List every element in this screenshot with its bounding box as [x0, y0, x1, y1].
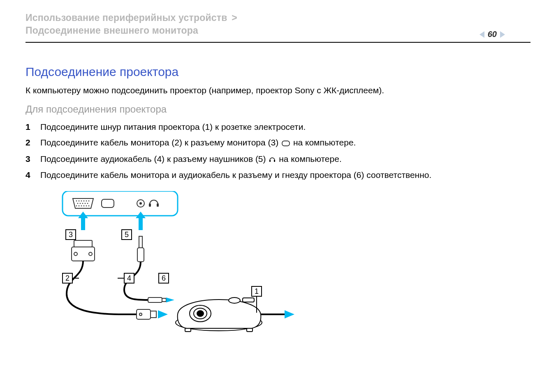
connection-diagram: 3 5: [42, 191, 531, 337]
step-text: Подсоедините кабель монитора и аудиокабе…: [40, 168, 531, 182]
svg-rect-35: [137, 248, 144, 262]
svg-point-17: [81, 205, 82, 207]
svg-marker-42: [166, 297, 174, 302]
breadcrumb: Использование периферийных устройств > П…: [25, 12, 531, 37]
svg-rect-41: [162, 298, 166, 302]
page-navigation: 60: [480, 30, 505, 39]
step-item: Подсоедините кабель монитора (2) к разъе…: [25, 136, 531, 150]
breadcrumb-separator: >: [232, 12, 237, 23]
page-header: Использование периферийных устройств > П…: [25, 12, 531, 43]
step-text: Подсоедините кабель монитора (2) к разъе…: [40, 136, 531, 150]
step-text: Подсоедините шнур питания проектора (1) …: [40, 120, 531, 134]
svg-point-8: [86, 201, 87, 202]
breadcrumb-child: Подсоединение внешнего монитора: [25, 25, 198, 36]
svg-rect-1: [269, 160, 271, 162]
diagram-label-5: 5: [125, 231, 129, 239]
step-item: Подсоедините шнур питания проектора (1) …: [25, 120, 531, 134]
step-item: Подсоедините аудиокабель (4) к разъему н…: [25, 152, 531, 167]
svg-point-23: [139, 202, 142, 205]
svg-point-9: [88, 201, 90, 202]
step-text-post: на компьютере.: [293, 138, 356, 147]
section-subtitle: Для подсоединения проектора: [25, 104, 531, 115]
svg-rect-55: [247, 328, 253, 332]
svg-point-15: [76, 205, 77, 207]
svg-point-45: [139, 313, 142, 316]
svg-rect-25: [157, 203, 159, 207]
svg-rect-0: [282, 141, 290, 146]
page-number: 60: [488, 30, 497, 39]
svg-rect-34: [139, 236, 142, 248]
diagram-label-2: 2: [65, 274, 70, 282]
svg-point-16: [79, 205, 80, 207]
section-title: Подсоединение проектора: [25, 65, 531, 79]
svg-point-18: [83, 205, 85, 207]
next-page-icon[interactable]: [500, 31, 505, 38]
svg-point-32: [74, 252, 77, 256]
svg-point-10: [77, 203, 79, 204]
svg-point-33: [89, 252, 92, 256]
prev-page-icon[interactable]: [480, 31, 484, 38]
svg-rect-54: [185, 328, 191, 332]
section-intro: К компьютеру можно подсоединить проектор…: [25, 85, 531, 96]
svg-point-52: [229, 297, 240, 303]
step-text-pre: Подсоедините аудиокабель (4) к разъему н…: [40, 154, 268, 164]
svg-point-14: [87, 203, 88, 204]
svg-point-51: [197, 311, 204, 316]
content: Подсоединение проектора К компьютеру мож…: [25, 65, 531, 337]
step-text: Подсоедините аудиокабель (4) к разъему н…: [40, 152, 531, 167]
svg-point-12: [82, 203, 83, 204]
headphones-icon: [269, 153, 276, 167]
svg-marker-56: [285, 310, 294, 318]
steps-list: Подсоедините шнур питания проектора (1) …: [25, 120, 531, 182]
step-text-pre: Подсоедините шнур питания проектора (1) …: [40, 122, 306, 131]
svg-point-19: [86, 205, 87, 207]
svg-point-11: [80, 203, 81, 204]
svg-point-4: [76, 201, 77, 202]
svg-point-20: [88, 205, 90, 207]
svg-rect-44: [151, 311, 156, 318]
diagram-label-3: 3: [69, 231, 73, 239]
svg-rect-2: [274, 160, 275, 162]
step-text-pre: Подсоедините кабель монитора и аудиокабе…: [40, 170, 431, 180]
header-rule: [25, 42, 531, 43]
breadcrumb-parent: Использование периферийных устройств: [25, 12, 227, 23]
step-text-pre: Подсоедините кабель монитора (2) к разъе…: [40, 138, 281, 147]
diagram-label-6: 6: [162, 274, 166, 282]
diagram-label-4: 4: [127, 274, 131, 282]
svg-point-6: [81, 201, 82, 202]
diagram-label-1: 1: [255, 287, 259, 295]
step-item: Подсоедините кабель монитора и аудиокабе…: [25, 168, 531, 182]
monitor-port-icon: [282, 136, 290, 150]
svg-rect-24: [149, 203, 151, 207]
svg-marker-46: [158, 310, 168, 318]
step-text-post: на компьютере.: [279, 154, 342, 164]
svg-point-7: [83, 201, 85, 202]
svg-rect-53: [243, 298, 254, 302]
svg-point-13: [85, 203, 86, 204]
svg-point-5: [79, 201, 80, 202]
svg-rect-30: [74, 240, 92, 247]
svg-rect-40: [148, 297, 162, 302]
svg-rect-43: [137, 309, 151, 319]
page: Использование периферийных устройств > П…: [0, 0, 556, 392]
svg-rect-21: [102, 199, 114, 208]
